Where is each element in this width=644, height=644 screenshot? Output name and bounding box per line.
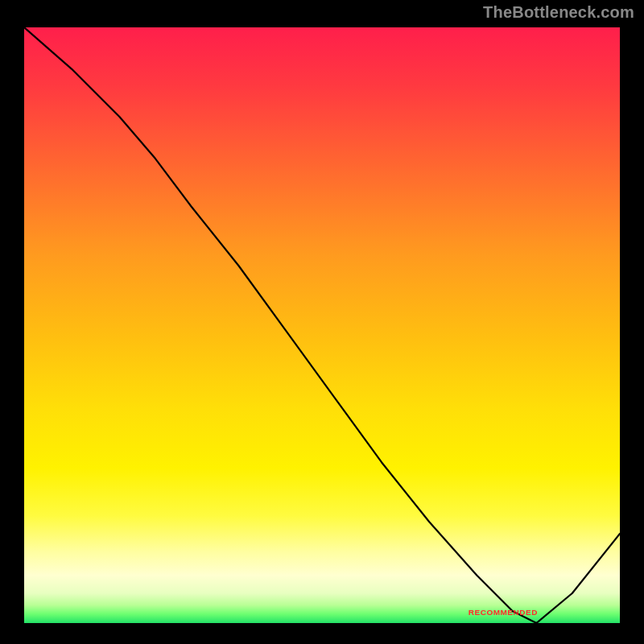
recommended-annotation: RECOMMENDED: [469, 608, 538, 616]
bottleneck-curve: [24, 27, 620, 623]
watermark-label: TheBottleneck.com: [483, 3, 634, 22]
plot-area: RECOMMENDED: [24, 27, 620, 623]
chart-container: TheBottleneck.com RECOMMENDED: [0, 0, 644, 644]
